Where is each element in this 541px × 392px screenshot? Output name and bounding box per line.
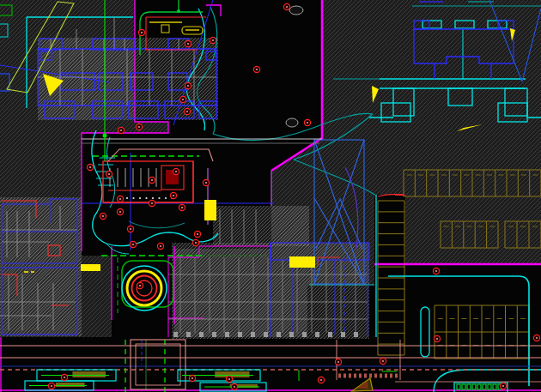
keynote-marker (210, 37, 216, 43)
keynote-marker (194, 231, 200, 237)
keynote-marker (226, 376, 232, 382)
column (212, 332, 216, 337)
keynote-marker (130, 241, 136, 247)
keynote-marker (118, 127, 124, 133)
column (173, 332, 178, 337)
keynote-marker (185, 40, 191, 46)
keynote-marker (117, 196, 123, 202)
keynote-marker (138, 29, 144, 35)
column (354, 332, 358, 337)
column (328, 332, 332, 337)
keynote-marker (149, 177, 155, 183)
keynote-marker (184, 108, 190, 114)
keynote-marker (433, 268, 439, 274)
column (251, 332, 255, 337)
keynote-marker (189, 375, 195, 381)
building-column-row (173, 332, 358, 337)
keynote-marker (253, 66, 259, 72)
column (199, 332, 204, 337)
column (302, 332, 307, 337)
keynote-marker (117, 208, 123, 214)
column (315, 332, 319, 337)
keynote-marker (179, 204, 185, 210)
keynote-marker (231, 383, 237, 389)
keynote-marker (137, 282, 143, 288)
column (186, 332, 191, 337)
keynote-marker (434, 335, 440, 341)
keynote-marker (149, 200, 155, 206)
keynote-marker (380, 358, 386, 364)
keynote-marker (48, 383, 54, 389)
keynote-marker (533, 335, 539, 341)
column (264, 332, 268, 337)
cad-canvas[interactable] (0, 0, 541, 392)
keynote-marker (283, 3, 289, 9)
column (238, 332, 242, 337)
keynote-marker (192, 239, 198, 245)
keynote-marker (179, 96, 185, 102)
column (341, 332, 345, 337)
site-plan-drawing (0, 0, 541, 392)
keynote-marker (318, 377, 324, 383)
keynote-marker (136, 124, 142, 130)
keynote-marker (185, 82, 191, 88)
keynote-marker (173, 168, 179, 174)
keynote-marker (61, 374, 67, 380)
column (277, 332, 281, 337)
keynote-marker (304, 119, 310, 125)
keynote-marker (170, 192, 176, 198)
column (225, 332, 229, 337)
keynote-marker (335, 359, 341, 365)
keynote-marker (127, 226, 133, 232)
keynote-marker (100, 213, 106, 219)
column (289, 332, 294, 337)
keynote-marker (106, 171, 112, 177)
keynote-marker (203, 179, 209, 185)
keynote-marker (157, 243, 163, 249)
keynote-marker (87, 164, 93, 170)
keynote-marker (500, 383, 506, 389)
